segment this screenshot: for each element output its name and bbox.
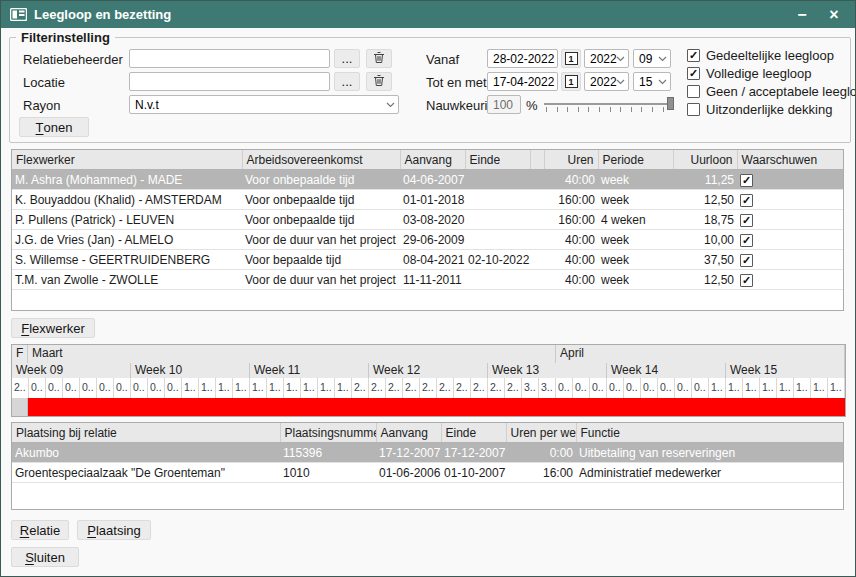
flexwerker-row[interactable]: J.G. de Vries (Jan) - ALMELOVoor de duur… <box>12 230 844 250</box>
flexwerker-button[interactable]: Flexwerker <box>11 318 95 338</box>
rayon-select[interactable]: N.v.t <box>129 95 399 114</box>
relatiebeheerder-browse-button[interactable]: ... <box>334 49 360 68</box>
chevron-down-icon <box>658 56 667 62</box>
timeline-day-label: 2.. <box>12 378 29 398</box>
einde-cell: 01-10-2007 <box>441 463 506 483</box>
flexwerker-row[interactable]: T.M. van Zwolle - ZWOLLEVoor de duur van… <box>12 270 844 290</box>
flexwerker-column-header[interactable]: Uren <box>544 150 598 170</box>
flexwerker-row[interactable]: M. Ashra (Mohammed) - MADEVoor onbepaald… <box>12 170 844 190</box>
spacer-cell <box>530 190 544 210</box>
timeline: FMaartApril Week 09Week 10Week 11Week 12… <box>11 344 846 417</box>
percent-label: % <box>526 98 538 113</box>
timeline-day-label: 1.. <box>233 378 250 398</box>
uren-cell: 40:00 <box>544 230 598 250</box>
vanaf-label: Vanaf <box>426 52 459 67</box>
timeline-day-label: 1.. <box>794 378 811 398</box>
close-icon[interactable]: × <box>825 1 843 28</box>
vanaf-date-input[interactable]: 28-02-2022 <box>487 49 558 68</box>
plaatsingsnummer-cell: 115396 <box>280 443 376 463</box>
arbeidsovereenkomst-cell: Voor de duur van het project <box>242 270 400 290</box>
timeline-day-label: 1.. <box>709 378 726 398</box>
flexwerker-column-header[interactable]: Flexwerker <box>12 150 242 170</box>
timeline-day-label: 0.. <box>29 378 46 398</box>
filter-checkbox[interactable] <box>687 85 700 98</box>
locatie-browse-button[interactable]: ... <box>334 72 360 91</box>
relatiebeheerder-input[interactable] <box>129 49 330 68</box>
timeline-day-label: 2.. <box>505 378 522 398</box>
nauwkeurigheid-slider[interactable] <box>544 95 674 114</box>
timeline-day-label: 1.. <box>777 378 794 398</box>
tot-date-input[interactable]: 17-04-2022 <box>487 72 558 91</box>
relatie-button[interactable]: Relatie <box>11 520 69 540</box>
plaatsing-column-header[interactable]: Aanvang <box>376 423 441 443</box>
tot-week-select[interactable]: 15 <box>633 72 671 91</box>
periode-cell: week <box>598 270 673 290</box>
tonen-button[interactable]: Tonen <box>19 117 89 137</box>
plaatsing-column-header[interactable]: Plaatsingsnummer <box>280 423 376 443</box>
slider-thumb[interactable] <box>667 97 674 110</box>
tot-calendar-button[interactable]: 1 <box>561 72 581 91</box>
flexwerker-row[interactable]: S. Willemse - GEERTRUIDENBERGVoor bepaal… <box>12 250 844 270</box>
plaatsing-row[interactable]: Groentespeciaalzaak "De Groenteman"10100… <box>12 463 844 483</box>
timeline-day-label: 1.. <box>216 378 233 398</box>
relatiebeheerder-clear-button[interactable] <box>366 49 392 68</box>
flexwerker-column-header[interactable] <box>530 150 544 170</box>
flexwerker-row[interactable]: K. Bouyaddou (Khalid) - AMSTERDAMVoor on… <box>12 190 844 210</box>
plaatsing-column-header[interactable]: Functie <box>576 423 844 443</box>
flexwerker-row[interactable]: P. Pullens (Patrick) - LEUVENVoor onbepa… <box>12 210 844 230</box>
flexwerker-column-header[interactable]: Waarschuwen <box>737 150 844 170</box>
timeline-day-label: 1.. <box>743 378 760 398</box>
vanaf-year-select[interactable]: 2022 <box>584 49 629 68</box>
filter-checkbox[interactable]: ✓ <box>687 67 700 80</box>
calendar-icon: 1 <box>565 52 578 65</box>
waarschuwen-checkbox[interactable]: ✓ <box>740 234 753 247</box>
locatie-input[interactable] <box>129 72 330 91</box>
plaatsing-row[interactable]: Akumbo11539617-12-200717-12-20070:00Uitb… <box>12 443 844 463</box>
waarschuwen-checkbox[interactable]: ✓ <box>740 194 753 207</box>
plaatsing-column-header[interactable]: Plaatsing bij relatie <box>12 423 280 443</box>
vanaf-week-select[interactable]: 09 <box>633 49 671 68</box>
timeline-week-label: Week 13 <box>488 363 607 378</box>
waarschuwen-checkbox[interactable]: ✓ <box>740 214 753 227</box>
plaatsing-button[interactable]: Plaatsing <box>77 520 151 540</box>
flexwerker-column-header[interactable]: Periode <box>598 150 673 170</box>
titlebar: Leegloop en bezetting − × <box>1 1 855 28</box>
timeline-day-label: 1.. <box>182 378 199 398</box>
leegloop-bar[interactable] <box>28 398 845 416</box>
timeline-day-label: 3.. <box>522 378 539 398</box>
waarschuwen-checkbox[interactable]: ✓ <box>740 254 753 267</box>
locatie-clear-button[interactable] <box>366 72 392 91</box>
periode-cell: 4 weken <box>598 210 673 230</box>
uurloon-cell: 37,50 <box>673 250 737 270</box>
aanvang-cell: 17-12-2007 <box>376 443 441 463</box>
plaatsing-column-header[interactable]: Einde <box>441 423 506 443</box>
aanvang-cell: 29-06-2009 <box>400 230 465 250</box>
filter-checkbox[interactable]: ✓ <box>687 49 700 62</box>
filter-group-label: Filterinstelling <box>16 30 115 45</box>
flexwerker-column-header[interactable]: Uurloon <box>673 150 737 170</box>
tot-en-met-label: Tot en met <box>426 75 487 90</box>
timeline-month-label: Maart <box>28 345 556 363</box>
filter-checkbox[interactable] <box>687 103 700 116</box>
arbeidsovereenkomst-cell: Voor bepaalde tijd <box>242 250 400 270</box>
timeline-day-label: 0.. <box>692 378 709 398</box>
uurloon-cell: 10,00 <box>673 230 737 250</box>
plaatsing-column-header[interactable]: Uren per we... <box>506 423 576 443</box>
timeline-day-label: 1.. <box>267 378 284 398</box>
tot-year-select[interactable]: 2022 <box>584 72 629 91</box>
flexwerker-column-header[interactable]: Aanvang <box>400 150 465 170</box>
timeline-day-label: 0.. <box>165 378 182 398</box>
flexwerker-column-header[interactable]: Einde <box>465 150 530 170</box>
timeline-day-label: 0.. <box>80 378 97 398</box>
waarschuwen-checkbox[interactable]: ✓ <box>740 174 753 187</box>
sluiten-button[interactable]: Sluiten <box>11 547 79 567</box>
uren-cell: 40:00 <box>544 270 598 290</box>
vanaf-calendar-button[interactable]: 1 <box>561 49 581 68</box>
flexwerker-column-header[interactable]: Arbeidsovereenkomst <box>242 150 400 170</box>
plaatsing-grid: Plaatsing bij relatiePlaatsingsnummerAan… <box>11 422 844 510</box>
periode-cell: week <box>598 230 673 250</box>
waarschuwen-checkbox[interactable]: ✓ <box>740 274 753 287</box>
nauwkeurigheid-input[interactable]: 100 <box>487 95 521 114</box>
minimize-icon[interactable]: − <box>793 1 811 28</box>
periode-cell: week <box>598 250 673 270</box>
